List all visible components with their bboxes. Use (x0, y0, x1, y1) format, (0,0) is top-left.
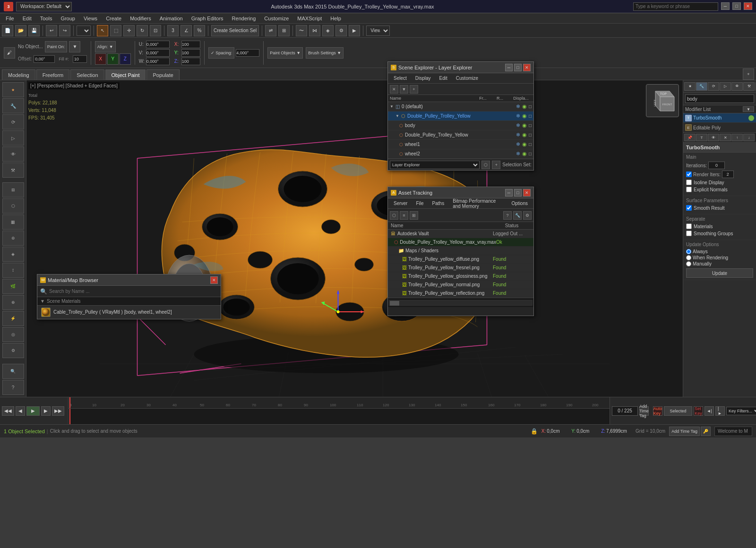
offset-input[interactable] (34, 55, 55, 63)
rp-icon-4[interactable]: ▷ (720, 82, 731, 91)
close-button[interactable]: ✕ (744, 2, 752, 10)
iterations-input[interactable] (708, 162, 725, 169)
render-btn[interactable]: ▶ (349, 25, 360, 36)
selected-btn[interactable]: Selected (664, 406, 692, 416)
set-key-btn[interactable]: Set Key (694, 406, 703, 416)
mod-list-dropdown[interactable]: ▼ (743, 106, 754, 112)
left-btn-10[interactable]: ⊚ (2, 231, 24, 246)
scene-explorer-titlebar[interactable]: S Scene Explorer - Layer Explorer ─ □ ✕ (388, 62, 533, 73)
at-menu-paths[interactable]: Paths (429, 200, 448, 207)
diffuse-row[interactable]: 🖼 Trolley_Pulley_yellow_diffuse.png Foun… (388, 255, 533, 264)
maximize-button[interactable]: □ (732, 2, 741, 10)
fresnel-row[interactable]: 🖼 Trolley_Pulley_yellow_fresnel.png Foun… (388, 264, 533, 272)
at-close-btn[interactable]: ✕ (523, 189, 531, 197)
viewport[interactable]: [+] [Perspective] [Shaded + Edged Faces]… (26, 80, 683, 397)
explicit-normals-checkbox[interactable] (686, 187, 692, 192)
at-menu-options[interactable]: Options (508, 200, 532, 207)
search-input[interactable] (633, 2, 718, 11)
next-key-btn[interactable]: |► (715, 406, 725, 416)
body-row[interactable]: ⬡ body ❄ ◉ □ (388, 121, 533, 130)
menu-maxscript[interactable]: MAXScript (293, 15, 326, 22)
manually-radio[interactable] (686, 261, 691, 266)
left-btn-7[interactable]: ⊞ (2, 182, 24, 197)
menu-create[interactable]: Create (102, 15, 125, 22)
at-menu-server[interactable]: Server (390, 200, 411, 207)
key-filters-dropdown[interactable]: Key Filters... (726, 407, 756, 415)
viewport-nav-cube[interactable]: TOP LEFT FRONT (646, 84, 679, 117)
mod-del-btn[interactable]: ✕ (720, 134, 731, 141)
material-editor-btn[interactable]: ◈ (322, 25, 334, 36)
se-expand-btn[interactable]: + (410, 85, 418, 94)
paint-icon[interactable]: 🖌 (4, 47, 15, 59)
asset-tracking-titlebar[interactable]: A Asset Tracking ─ □ ✕ (388, 187, 533, 198)
smoothing-groups-checkbox[interactable] (686, 231, 692, 236)
status-key-mode[interactable]: 🔑 (701, 427, 711, 436)
rp-icon-6[interactable]: ⚒ (743, 82, 755, 91)
pulley-sub-row[interactable]: ⬡ Double_Pulley_Trolley_Yellow ❄ ◉ □ (388, 130, 533, 140)
main-file-row[interactable]: ⬡ Double_Pulley_Trolley_Yellow_max_vray.… (388, 238, 533, 247)
left-btn-16[interactable]: ◎ (2, 327, 24, 342)
align-btn[interactable]: ⊞ (278, 25, 290, 36)
at-maximize-btn[interactable]: □ (514, 189, 522, 197)
schematic-btn[interactable]: ⋈ (309, 25, 320, 36)
z-input[interactable] (181, 58, 200, 65)
add-time-tag-btn[interactable]: Add Time Tag (639, 406, 649, 416)
isoline-checkbox[interactable] (686, 180, 692, 185)
at-scrollbar-h[interactable] (389, 300, 533, 306)
when-rendering-radio[interactable] (686, 255, 691, 260)
layer-default-row[interactable]: ▼ ◫ 0 (default) ❄ ◉ □ (388, 102, 533, 111)
axis-x-btn[interactable]: X (95, 53, 106, 65)
rp-icon-5[interactable]: 👁 (731, 82, 743, 91)
left-help-btn[interactable]: ? (2, 380, 24, 395)
mod-view-btn[interactable]: 👁 (708, 134, 719, 141)
tab-object-paint[interactable]: Object Paint (105, 69, 146, 80)
object-name-input[interactable] (685, 94, 754, 103)
snap-toggle-btn[interactable]: 3 (167, 25, 179, 36)
left-btn-11[interactable]: ◈ (2, 247, 24, 262)
se-menu-edit[interactable]: Edit (436, 75, 451, 82)
tl-next-frame-btn[interactable]: ▶ (41, 406, 51, 416)
v-input[interactable] (146, 49, 170, 57)
materials-checkbox[interactable] (686, 223, 692, 229)
mod-up-btn[interactable]: ↑ (731, 134, 743, 141)
select-obj-btn[interactable]: ↖ (97, 25, 108, 36)
menu-tools[interactable]: Tools (36, 15, 56, 22)
normal-row[interactable]: 🖼 Trolley_Pulley_yellow_normal.png Found (388, 281, 533, 289)
menu-graph-editors[interactable]: Graph Editors (188, 15, 227, 22)
menu-file[interactable]: File (2, 15, 18, 22)
new-btn[interactable]: 📄 (2, 25, 13, 36)
mb-close-btn[interactable]: ✕ (210, 276, 218, 284)
se-footer-btn1[interactable]: ⬡ (481, 161, 490, 169)
mod-pin-btn[interactable]: 📌 (684, 134, 696, 141)
rotate-btn[interactable]: ↻ (137, 25, 148, 36)
tab-expand-btn[interactable]: + (743, 68, 754, 80)
se-filter-btn[interactable]: ▼ (400, 85, 408, 94)
timeline-cursor[interactable] (69, 397, 70, 408)
se-maximize-btn[interactable]: □ (514, 64, 522, 71)
left-zoom-btn[interactable]: 🔍 (2, 364, 24, 379)
rp-icon-3[interactable]: ⟳ (708, 82, 719, 91)
create-sel-btn[interactable]: Create Selection Sel (211, 25, 259, 36)
playhead[interactable] (69, 409, 70, 424)
at-btn3[interactable]: ⊞ (410, 211, 418, 220)
at-btn5[interactable]: 🔧 (513, 211, 522, 220)
left-modify-btn[interactable]: 🔧 (2, 98, 24, 113)
add-time-tag-status[interactable]: Add Time Tag (669, 427, 700, 436)
left-motion-btn[interactable]: ▷ (2, 130, 24, 146)
left-btn-15[interactable]: ⚡ (2, 311, 24, 326)
tab-modeling[interactable]: Modeling (2, 69, 35, 80)
glossiness-row[interactable]: 🖼 Trolley_Pulley_yellow_glossiness.png F… (388, 272, 533, 281)
mod-type-btn[interactable]: T (696, 134, 707, 141)
view-dropdown[interactable]: View (366, 26, 390, 36)
render-iters-checkbox[interactable] (686, 171, 692, 177)
left-create-btn[interactable]: ★ (2, 82, 24, 97)
workspace-dropdown[interactable]: Workspace: Default (16, 2, 72, 11)
at-btn2[interactable]: ≡ (400, 211, 408, 220)
wheel1-row[interactable]: ⬡ wheel1 ❄ ◉ □ (388, 140, 533, 149)
at-btn1[interactable]: ⬡ (390, 211, 398, 220)
se-minimize-btn[interactable]: ─ (505, 64, 513, 71)
se-del-btn[interactable]: ✕ (390, 85, 398, 94)
maps-folder-row[interactable]: 📁 Maps / Shaders (388, 247, 533, 255)
tl-next-btn[interactable]: ▶▶ (52, 406, 64, 416)
at-btn6[interactable]: ⚙ (523, 211, 532, 220)
